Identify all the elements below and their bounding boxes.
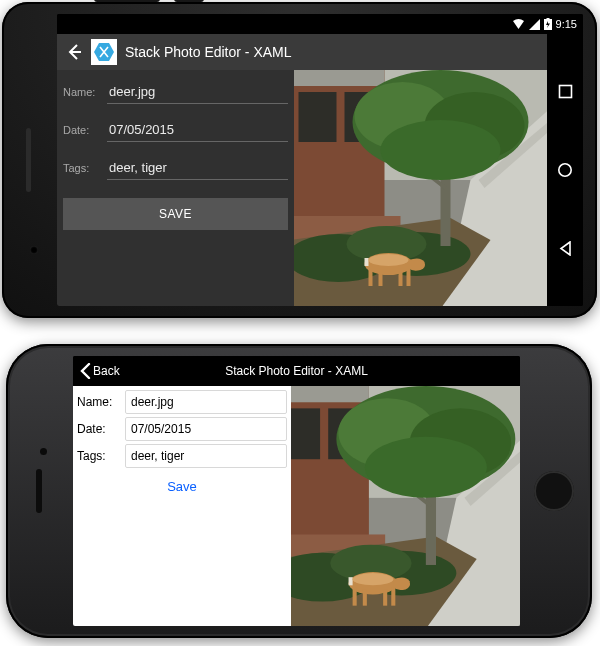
recent-apps-button[interactable] bbox=[558, 84, 573, 99]
date-row: Date: bbox=[77, 417, 287, 441]
name-label: Name: bbox=[77, 395, 125, 409]
tags-label: Tags: bbox=[77, 449, 125, 463]
app-bar: Stack Photo Editor - XAML bbox=[57, 34, 583, 70]
date-input[interactable] bbox=[125, 417, 287, 441]
status-time: 9:15 bbox=[556, 18, 577, 30]
earpiece bbox=[26, 128, 31, 192]
date-input[interactable] bbox=[107, 118, 288, 142]
home-button[interactable] bbox=[557, 162, 573, 178]
svg-rect-26 bbox=[546, 18, 549, 20]
battery-icon bbox=[544, 18, 552, 30]
photo-preview bbox=[291, 386, 520, 626]
status-bar: 9:15 bbox=[57, 14, 583, 34]
content-area: Name: Date: Tags: SAVE bbox=[57, 70, 547, 306]
content-area: Name: Date: Tags: Save bbox=[73, 386, 520, 626]
svg-rect-29 bbox=[559, 85, 571, 97]
chevron-left-icon bbox=[79, 363, 91, 379]
iphone-screen: Back Stack Photo Editor - XAML Name: Dat… bbox=[73, 356, 520, 626]
back-nav-button[interactable] bbox=[558, 241, 573, 256]
save-button[interactable]: Save bbox=[77, 478, 287, 495]
name-input[interactable] bbox=[107, 80, 288, 104]
edit-form: Name: Date: Tags: Save bbox=[73, 386, 291, 626]
photo-preview bbox=[294, 70, 547, 306]
svg-point-30 bbox=[559, 164, 571, 176]
iphone-device: Back Stack Photo Editor - XAML Name: Dat… bbox=[6, 344, 592, 638]
xamarin-logo-icon bbox=[91, 39, 117, 65]
tags-input[interactable] bbox=[107, 156, 288, 180]
back-button[interactable] bbox=[65, 43, 83, 61]
nav-title: Stack Photo Editor - XAML bbox=[139, 364, 454, 378]
save-button[interactable]: SAVE bbox=[63, 198, 288, 230]
name-label: Name: bbox=[63, 86, 107, 98]
edit-form: Name: Date: Tags: SAVE bbox=[57, 70, 294, 306]
front-camera bbox=[40, 448, 47, 455]
back-button[interactable]: Back bbox=[79, 363, 139, 379]
android-screen: 9:15 Stack Photo Editor - XAML bbox=[57, 14, 583, 306]
app-title: Stack Photo Editor - XAML bbox=[125, 44, 292, 60]
date-label: Date: bbox=[77, 422, 125, 436]
date-row: Date: bbox=[63, 118, 288, 142]
android-device: 9:15 Stack Photo Editor - XAML bbox=[2, 2, 597, 318]
system-nav-bar bbox=[547, 34, 583, 306]
signal-icon bbox=[529, 19, 540, 30]
earpiece bbox=[36, 469, 42, 513]
date-label: Date: bbox=[63, 124, 107, 136]
nav-bar: Back Stack Photo Editor - XAML bbox=[73, 356, 520, 386]
front-camera bbox=[30, 246, 38, 254]
tags-input[interactable] bbox=[125, 444, 287, 468]
wifi-icon bbox=[512, 19, 525, 30]
home-button[interactable] bbox=[534, 471, 574, 511]
name-row: Name: bbox=[63, 80, 288, 104]
tags-label: Tags: bbox=[63, 162, 107, 174]
name-row: Name: bbox=[77, 390, 287, 414]
name-input[interactable] bbox=[125, 390, 287, 414]
back-label: Back bbox=[93, 364, 120, 378]
tags-row: Tags: bbox=[63, 156, 288, 180]
tags-row: Tags: bbox=[77, 444, 287, 468]
